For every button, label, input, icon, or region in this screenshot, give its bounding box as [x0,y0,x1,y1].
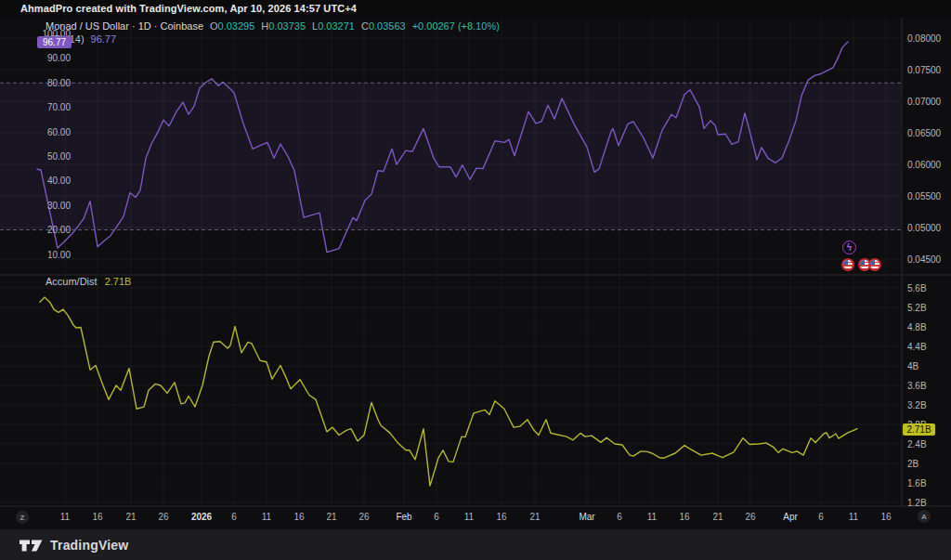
accum-dist-axis-label: 2.4B [907,439,927,449]
price-axis-label: 0.05000 [907,223,941,233]
price-axis-label: 0.05500 [907,191,941,202]
mfi-last-value-badge: 96.77 [37,36,72,48]
chart-canvas[interactable] [0,0,951,560]
tradingview-snapshot: AhmadPro created with TradingView.com, A… [0,0,951,560]
mfi-axis-label: 20.00 [37,225,71,235]
accum-dist-axis-label: 5.6B [907,283,927,293]
time-axis-label: 16 [679,512,689,522]
time-axis-label: 16 [496,512,506,522]
mfi-axis-label: 10.00 [37,250,71,260]
accum-dist-axis-label: 1.6B [907,478,927,488]
mfi-indicator-value: 96.77 [91,33,117,45]
accum-dist-axis-label: 4B [907,361,918,371]
time-axis-label: 6 [231,512,237,522]
time-axis-label: 6 [617,512,622,522]
accum-dist-line-series [40,297,857,486]
ohlc-high: H0.03735 [261,20,306,32]
time-axis-label: Apr [783,512,798,522]
exchange-label: Coinbase [161,20,203,32]
accum-dist-axis-label: 1.2B [907,498,927,508]
mfi-axis-label: 60.00 [37,127,71,137]
us-flag-event-icon[interactable] [841,258,854,271]
time-axis-label: 11 [60,512,70,522]
time-axis-label: 11 [849,512,858,522]
symbol-title: Monad / US Dollar · 1D · Coinbase [46,20,203,32]
time-axis-label: 26 [358,512,369,522]
accum-dist-axis-label: 4.4B [907,342,927,352]
time-axis-label: Feb [396,512,411,522]
time-axis-label: 21 [125,512,136,522]
mfi-axis-label: 80.00 [37,78,71,88]
price-axis-label: 0.08000 [907,33,941,44]
ohlc-low: L0.03271 [312,20,355,32]
tradingview-logo-icon[interactable] [19,536,44,554]
change-value: +0.00267 (+8.10%) [412,20,500,32]
symbol-legend-row[interactable]: Monad / US Dollar · 1D · Coinbase O0.032… [46,20,500,32]
ohlc-open: O0.03295 [210,20,254,32]
mfi-axis-label: 90.00 [37,53,71,63]
time-axis-label: 26 [745,512,755,522]
time-axis-label: 16 [880,512,891,522]
price-axis-label: 0.07000 [907,97,941,107]
accum-dist-last-value-badge: 2.71B [903,423,935,436]
accum-dist-axis-label: 3.6B [907,381,927,391]
time-axis-label: 2026 [191,512,212,522]
time-axis-label: 21 [529,512,540,522]
time-axis-label: 11 [647,512,657,522]
bottom-toolbar: TradingView [0,529,951,560]
price-axis-label: 0.06500 [907,128,941,138]
time-axis-label: 11 [464,512,474,522]
accum-dist-name: Accum/Dist [46,276,98,287]
main-legend[interactable]: Monad / US Dollar · 1D · Coinbase O0.032… [46,20,500,46]
time-axis-label: 11 [262,512,271,522]
time-axis-label: 16 [293,512,304,522]
time-axis-label: 6 [434,512,439,522]
lightning-event-icon[interactable]: ϟ [842,241,856,254]
accum-dist-axis-label: 3.2B [907,400,927,410]
us-flag-event-icon[interactable] [868,258,881,271]
price-axis-label: 0.06000 [907,160,941,170]
mfi-axis-label: 30.00 [37,201,71,211]
tradingview-wordmark[interactable]: TradingView [50,538,128,553]
time-axis-label: Mar [579,512,594,522]
timezone-button[interactable]: Z [16,511,29,524]
time-axis-label: 26 [158,512,168,522]
accum-dist-value: 2.71B [105,276,132,287]
time-axis-label: 16 [92,512,102,522]
mfi-legend-row[interactable]: MFI (14) 96.77 [46,33,500,45]
accum-dist-axis-label: 5.2B [907,303,927,313]
accum-dist-axis-label: 2B [907,459,918,469]
accum-dist-axis-label: 4.8B [907,322,927,332]
interval-label: 1D [138,20,151,32]
mfi-axis-label: 50.00 [37,151,71,162]
price-axis-label: 0.07500 [907,65,941,75]
mfi-axis-label: 40.00 [37,176,71,186]
price-axis-label: 0.04500 [907,254,941,265]
time-axis-label: 6 [818,512,824,522]
ohlc-close: C0.03563 [361,20,406,32]
mfi-axis-label: 70.00 [37,102,71,112]
auto-scale-button[interactable]: A [918,510,931,523]
accum-dist-legend[interactable]: Accum/Dist 2.71B [46,276,131,287]
mfi-band [0,83,901,229]
time-axis-label: 21 [326,512,336,522]
time-axis-label: 21 [712,512,723,522]
